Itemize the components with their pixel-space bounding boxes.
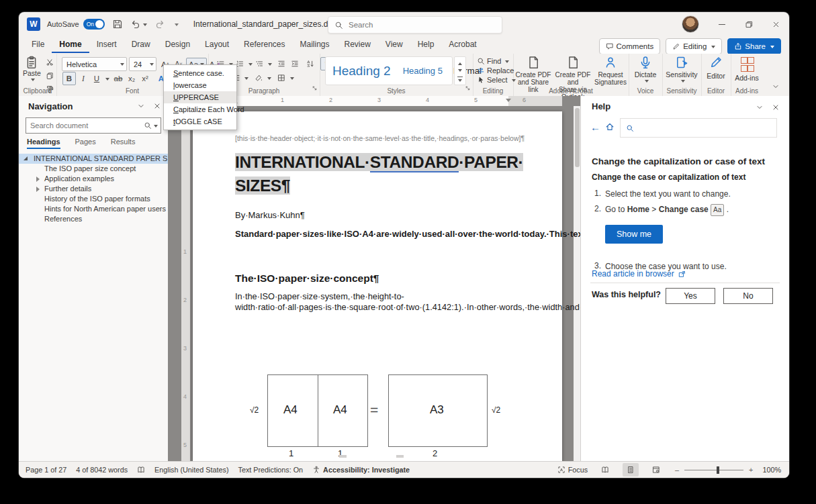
nav-item[interactable]: Further details bbox=[19, 184, 168, 194]
help-collapse-chevron-icon[interactable] bbox=[756, 102, 764, 114]
style-heading5[interactable]: Heading 5 bbox=[398, 66, 448, 76]
share-button[interactable]: Share bbox=[727, 38, 781, 54]
multilevel-list-button[interactable] bbox=[253, 58, 265, 70]
styles-scroll-down-icon[interactable] bbox=[458, 69, 462, 74]
paragraph-dialog-launcher[interactable] bbox=[312, 82, 318, 94]
indent-marker-right[interactable] bbox=[506, 99, 511, 105]
font-name-select[interactable]: Helvetica bbox=[62, 57, 127, 71]
menu-item-uppercase[interactable]: UPPERCASE bbox=[164, 91, 236, 103]
nav-tab-results[interactable]: Results bbox=[111, 138, 136, 149]
read-mode-button[interactable] bbox=[597, 463, 613, 476]
expand-collapse-icon[interactable] bbox=[36, 177, 40, 182]
navigation-close-icon[interactable] bbox=[153, 102, 161, 111]
styles-scroll-up-icon[interactable] bbox=[458, 60, 462, 65]
strikethrough-button[interactable]: ab bbox=[112, 72, 124, 85]
quick-access-menu-icon[interactable] bbox=[173, 22, 179, 27]
document-lead-paragraph[interactable]: Standard·paper·sizes·like·ISO·A4·are·wid… bbox=[235, 228, 523, 240]
tab-help[interactable]: Help bbox=[410, 37, 442, 53]
comments-button[interactable]: Comments bbox=[599, 38, 661, 54]
restore-button[interactable] bbox=[735, 12, 762, 36]
request-signatures-button[interactable]: RequestSignatures bbox=[594, 56, 627, 86]
focus-button[interactable]: Focus bbox=[557, 466, 588, 474]
nav-item[interactable]: Application examples bbox=[19, 174, 168, 184]
print-layout-button[interactable] bbox=[623, 463, 639, 476]
help-close-icon[interactable] bbox=[772, 102, 780, 114]
titlebar-search[interactable] bbox=[328, 16, 502, 34]
tab-design[interactable]: Design bbox=[158, 37, 197, 53]
avatar[interactable] bbox=[682, 15, 699, 33]
collapse-ribbon-chevron-icon[interactable] bbox=[772, 81, 780, 93]
minimize-button[interactable] bbox=[709, 12, 735, 36]
shading-caret-icon[interactable] bbox=[267, 77, 271, 82]
search-input[interactable] bbox=[347, 20, 502, 30]
nav-item[interactable]: Hints for North American paper users bbox=[19, 204, 168, 214]
addins-button[interactable]: Add-ins bbox=[731, 56, 763, 82]
tab-insert[interactable]: Insert bbox=[89, 37, 124, 53]
bold-button[interactable]: B bbox=[62, 72, 76, 85]
show-me-button[interactable]: Show me bbox=[605, 225, 663, 244]
clipboard-dialog-launcher[interactable] bbox=[48, 82, 54, 94]
expand-collapse-icon[interactable] bbox=[24, 156, 28, 160]
menu-item-toggle-case[interactable]: tOGGLE cASE bbox=[164, 115, 236, 128]
page-indicator[interactable]: Page 1 of 27 bbox=[26, 466, 66, 474]
sort-button[interactable] bbox=[304, 58, 316, 70]
dictate-button[interactable]: Dictate bbox=[629, 56, 662, 83]
document-title[interactable]: INTERNATIONAL·STANDARD·PAPER· SIZES¶ bbox=[235, 150, 531, 197]
help-back-icon[interactable]: ← bbox=[590, 121, 600, 133]
zoom-level[interactable]: 100% bbox=[762, 466, 781, 474]
help-search-box[interactable] bbox=[620, 118, 777, 138]
numbering-caret-icon[interactable] bbox=[248, 63, 253, 68]
document-byline[interactable]: By·Markus·Kuhn¶ bbox=[235, 210, 305, 220]
editing-mode-button[interactable]: Editing bbox=[666, 38, 722, 54]
editor-button[interactable]: Editor bbox=[701, 56, 731, 80]
underline-button[interactable]: U bbox=[91, 72, 103, 85]
shading-button[interactable] bbox=[253, 72, 265, 84]
tab-mailings[interactable]: Mailings bbox=[292, 37, 336, 53]
tab-home[interactable]: Home bbox=[52, 37, 89, 53]
navigation-search-input[interactable] bbox=[26, 121, 144, 130]
line-spacing-caret-icon[interactable] bbox=[244, 77, 248, 82]
sensitivity-button[interactable]: Sensitivity bbox=[662, 56, 701, 83]
superscript-button[interactable]: x² bbox=[139, 72, 151, 85]
zoom-slider-thumb[interactable] bbox=[717, 466, 719, 474]
nav-item[interactable]: The ISO paper size concept bbox=[19, 164, 168, 174]
style-heading2[interactable]: Heading 2 bbox=[326, 64, 398, 79]
borders-button[interactable] bbox=[275, 72, 287, 84]
subscript-button[interactable]: x₂ bbox=[126, 72, 138, 85]
help-home-icon[interactable] bbox=[605, 122, 615, 134]
tab-draw[interactable]: Draw bbox=[124, 37, 158, 53]
navigation-search-box[interactable] bbox=[26, 117, 161, 134]
decrease-indent-button[interactable] bbox=[275, 58, 287, 70]
zoom-in-button[interactable]: + bbox=[749, 466, 753, 474]
increase-indent-button[interactable] bbox=[289, 58, 301, 70]
word-count[interactable]: 4 of 8042 words bbox=[76, 466, 128, 474]
menu-item-sentence-case[interactable]: Sentence case. bbox=[164, 67, 236, 79]
zoom-out-button[interactable]: – bbox=[675, 466, 679, 474]
close-button[interactable] bbox=[762, 12, 789, 36]
document-section-heading[interactable]: The·ISO·paper·size·concept¶ bbox=[235, 272, 379, 285]
replace-button[interactable]: Replace bbox=[477, 66, 514, 74]
proofing-icon[interactable] bbox=[137, 466, 145, 474]
styles-more-icon[interactable] bbox=[457, 77, 463, 83]
nav-item[interactable]: History of the ISO paper formats bbox=[19, 194, 168, 204]
paste-button[interactable]: Paste bbox=[23, 56, 41, 82]
nav-tab-pages[interactable]: Pages bbox=[75, 138, 96, 149]
navigation-search-caret-icon[interactable] bbox=[154, 125, 158, 130]
undo-button[interactable] bbox=[130, 19, 147, 30]
menu-item-capitalize-each-word[interactable]: Capitalize Each Word bbox=[164, 103, 236, 115]
nav-item[interactable]: References bbox=[19, 214, 168, 224]
tab-review[interactable]: Review bbox=[337, 37, 378, 53]
web-layout-button[interactable] bbox=[648, 463, 664, 476]
help-search-input[interactable] bbox=[634, 123, 776, 134]
redo-button[interactable] bbox=[154, 19, 165, 30]
copy-button[interactable] bbox=[44, 70, 56, 82]
navigation-collapse-chevron-icon[interactable] bbox=[137, 102, 145, 111]
accessibility-status[interactable]: Accessibility: Investigate bbox=[312, 466, 410, 474]
nav-item-selected[interactable]: INTERNATIONAL STANDARD PAPER SIZES bbox=[19, 154, 168, 164]
multilevel-caret-icon[interactable] bbox=[268, 63, 272, 68]
text-predictions[interactable]: Text Predictions: On bbox=[238, 466, 303, 474]
scrollbar-thumb[interactable] bbox=[575, 108, 580, 167]
styles-dialog-launcher[interactable] bbox=[465, 82, 471, 94]
document-title[interactable]: International_standard_paper_sizes.docx bbox=[193, 19, 341, 29]
tab-view[interactable]: View bbox=[378, 37, 410, 53]
